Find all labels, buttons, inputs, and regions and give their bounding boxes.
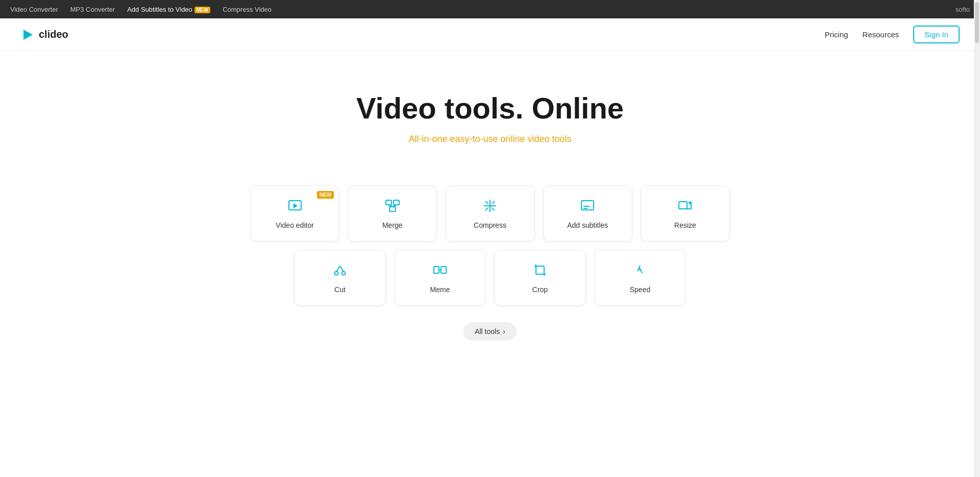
tool-card-crop[interactable]: Crop bbox=[494, 250, 586, 306]
logo-text: clideo bbox=[39, 29, 68, 40]
tool-card-merge[interactable]: Merge bbox=[348, 185, 437, 242]
tool-card-meme[interactable]: Meme bbox=[394, 250, 486, 306]
svg-point-19 bbox=[335, 271, 338, 275]
nav-link-pricing[interactable]: Pricing bbox=[825, 30, 848, 39]
hero-title: Video tools. Online bbox=[10, 92, 970, 125]
tool-label-crop: Crop bbox=[532, 285, 548, 294]
all-tools-label: All tools bbox=[475, 327, 500, 336]
svg-line-21 bbox=[336, 266, 340, 272]
tools-section: NEW Video editor Merge bbox=[240, 185, 740, 341]
tool-badge-new: NEW bbox=[317, 191, 334, 199]
topbar-link-compress-video[interactable]: Compress Video bbox=[223, 6, 272, 13]
clideo-logo-icon bbox=[20, 28, 35, 42]
tool-label-video-editor: Video editor bbox=[276, 221, 313, 229]
svg-rect-3 bbox=[386, 200, 391, 205]
svg-line-10 bbox=[485, 201, 488, 204]
scrollbar-thumb[interactable] bbox=[975, 2, 979, 43]
topbar-link-mp3-converter[interactable]: MP3 Converter bbox=[70, 6, 115, 13]
svg-line-13 bbox=[492, 208, 495, 210]
svg-rect-4 bbox=[394, 200, 399, 205]
compress-icon bbox=[482, 198, 498, 216]
svg-line-12 bbox=[485, 208, 488, 210]
meme-icon bbox=[432, 262, 448, 280]
new-badge: NEW bbox=[194, 7, 210, 13]
subtitles-icon bbox=[579, 198, 596, 216]
tool-label-cut: Cut bbox=[334, 285, 346, 294]
svg-line-22 bbox=[340, 266, 344, 272]
svg-rect-23 bbox=[434, 267, 439, 273]
tool-card-compress[interactable]: Compress bbox=[445, 185, 534, 242]
svg-rect-5 bbox=[389, 207, 396, 211]
tool-label-merge: Merge bbox=[382, 221, 403, 229]
svg-rect-24 bbox=[441, 267, 446, 273]
hero-subtitle: All-in-one easy-to-use online video tool… bbox=[10, 134, 970, 145]
topbar-brand: softo bbox=[955, 6, 970, 13]
svg-marker-0 bbox=[23, 30, 33, 40]
all-tools-section: All tools › bbox=[250, 322, 730, 341]
navbar: clideo Pricing Resources Sign In bbox=[0, 18, 980, 51]
tools-row-2: Cut Meme bbox=[250, 250, 730, 306]
nav-right: Pricing Resources Sign In bbox=[825, 26, 960, 43]
svg-point-20 bbox=[342, 271, 346, 275]
tool-card-add-subtitles[interactable]: Add subtitles bbox=[543, 185, 632, 242]
tools-row-1: NEW Video editor Merge bbox=[250, 185, 730, 242]
scrollbar[interactable] bbox=[974, 0, 980, 341]
cut-icon bbox=[332, 262, 348, 280]
nav-link-resources[interactable]: Resources bbox=[863, 30, 899, 39]
topbar-links: Video Converter MP3 Converter Add Subtit… bbox=[10, 6, 272, 13]
logo[interactable]: clideo bbox=[20, 28, 68, 42]
tool-label-speed: Speed bbox=[630, 285, 650, 294]
topbar-link-add-subtitles[interactable]: Add Subtitles to VideoNEW bbox=[127, 6, 210, 13]
tool-card-cut[interactable]: Cut bbox=[294, 250, 386, 306]
all-tools-button[interactable]: All tools › bbox=[463, 322, 517, 341]
tool-label-compress: Compress bbox=[474, 221, 506, 229]
resize-icon bbox=[677, 198, 693, 216]
tool-label-resize: Resize bbox=[674, 221, 696, 229]
svg-rect-17 bbox=[679, 202, 687, 209]
video-editor-icon bbox=[287, 198, 303, 216]
crop-icon bbox=[532, 262, 548, 280]
hero-section: Video tools. Online All-in-one easy-to-u… bbox=[0, 51, 980, 165]
topbar-link-video-converter[interactable]: Video Converter bbox=[10, 6, 58, 13]
svg-marker-2 bbox=[293, 203, 298, 208]
tool-card-resize[interactable]: Resize bbox=[641, 185, 730, 242]
tool-label-add-subtitles: Add subtitles bbox=[567, 221, 608, 229]
tool-label-meme: Meme bbox=[430, 285, 450, 294]
merge-icon bbox=[384, 198, 401, 216]
tool-card-video-editor[interactable]: NEW Video editor bbox=[250, 185, 339, 242]
chevron-right-icon: › bbox=[503, 327, 505, 336]
topbar: Video Converter MP3 Converter Add Subtit… bbox=[0, 0, 980, 18]
svg-rect-26 bbox=[536, 266, 544, 274]
svg-line-11 bbox=[492, 201, 495, 204]
signin-button[interactable]: Sign In bbox=[913, 26, 960, 43]
speed-icon bbox=[632, 262, 648, 280]
tool-card-speed[interactable]: Speed bbox=[594, 250, 686, 306]
